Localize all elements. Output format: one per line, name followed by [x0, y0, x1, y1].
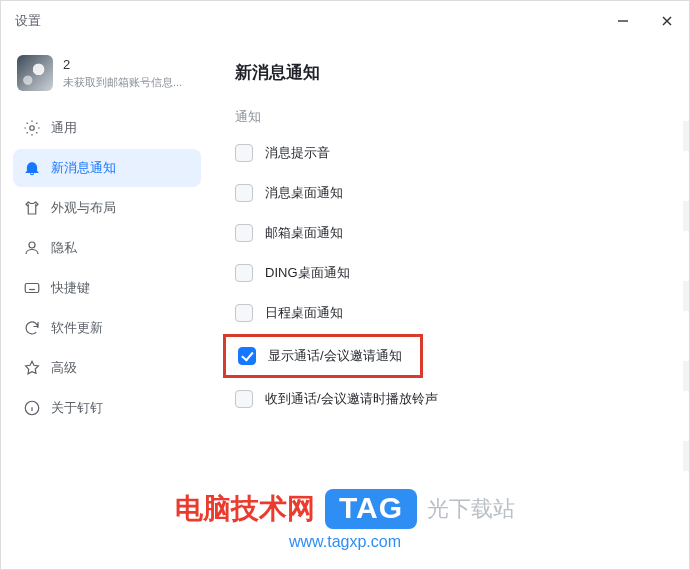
sidebar-item-label: 隐私	[51, 239, 77, 257]
checkbox[interactable]	[235, 184, 253, 202]
checkbox[interactable]	[235, 144, 253, 162]
sidebar-item-privacy[interactable]: 隐私	[13, 229, 201, 267]
gear-icon	[23, 119, 41, 137]
sidebar-item-about[interactable]: 关于钉钉	[13, 389, 201, 427]
checkbox[interactable]	[235, 390, 253, 408]
sidebar-item-label: 软件更新	[51, 319, 103, 337]
checkbox[interactable]	[235, 264, 253, 282]
option-label: DING桌面通知	[265, 264, 350, 282]
option-label: 邮箱桌面通知	[265, 224, 343, 242]
bell-icon	[23, 159, 41, 177]
option-call-invite-show[interactable]: 显示通话/会议邀请通知	[238, 347, 408, 365]
account-subtitle: 未获取到邮箱账号信息...	[63, 74, 182, 90]
sidebar-item-label: 关于钉钉	[51, 399, 103, 417]
highlight-box: 显示通话/会议邀请通知	[223, 334, 423, 378]
page-title: 新消息通知	[235, 61, 661, 84]
options-list: 消息提示音 消息桌面通知 邮箱桌面通知 DING桌面通知 日程桌面通知 显示通话…	[235, 144, 661, 408]
keyboard-icon	[23, 279, 41, 297]
sidebar-item-label: 新消息通知	[51, 159, 116, 177]
sidebar-item-label: 高级	[51, 359, 77, 377]
option-call-invite-ring[interactable]: 收到通话/会议邀请时播放铃声	[235, 390, 661, 408]
account-name: 2	[63, 56, 182, 74]
minimize-button[interactable]	[601, 1, 645, 41]
content: 新消息通知 通知 消息提示音 消息桌面通知 邮箱桌面通知 DING桌面通知 日程…	[211, 41, 689, 569]
sidebar: 2 未获取到邮箱账号信息... 通用 新消息通知 外观与布局	[1, 41, 211, 569]
checkbox[interactable]	[235, 304, 253, 322]
option-label: 日程桌面通知	[265, 304, 343, 322]
checkbox[interactable]	[235, 224, 253, 242]
svg-point-3	[30, 126, 35, 131]
section-title: 通知	[235, 108, 661, 126]
option-label: 显示通话/会议邀请通知	[268, 347, 402, 365]
nav: 通用 新消息通知 外观与布局 隐私 快捷键	[13, 109, 201, 427]
option-mail[interactable]: 邮箱桌面通知	[235, 224, 661, 242]
option-ding[interactable]: DING桌面通知	[235, 264, 661, 282]
window-title: 设置	[15, 12, 41, 30]
sidebar-item-general[interactable]: 通用	[13, 109, 201, 147]
user-icon	[23, 239, 41, 257]
sidebar-item-label: 快捷键	[51, 279, 90, 297]
account-block[interactable]: 2 未获取到邮箱账号信息...	[13, 49, 201, 99]
svg-point-4	[29, 242, 35, 248]
info-icon	[23, 399, 41, 417]
option-label: 消息提示音	[265, 144, 330, 162]
sidebar-item-notifications[interactable]: 新消息通知	[13, 149, 201, 187]
option-label: 收到通话/会议邀请时播放铃声	[265, 390, 438, 408]
star-icon	[23, 359, 41, 377]
avatar	[17, 55, 53, 91]
sidebar-item-update[interactable]: 软件更新	[13, 309, 201, 347]
sidebar-item-advanced[interactable]: 高级	[13, 349, 201, 387]
checkbox[interactable]	[238, 347, 256, 365]
decorative-strip	[683, 121, 689, 499]
sidebar-item-label: 外观与布局	[51, 199, 116, 217]
option-sound[interactable]: 消息提示音	[235, 144, 661, 162]
shirt-icon	[23, 199, 41, 217]
window-controls	[601, 1, 689, 41]
refresh-icon	[23, 319, 41, 337]
svg-rect-5	[25, 284, 39, 293]
sidebar-item-label: 通用	[51, 119, 77, 137]
option-label: 消息桌面通知	[265, 184, 343, 202]
titlebar: 设置	[1, 1, 689, 41]
highlighted-option-wrap: 显示通话/会议邀请通知	[235, 344, 661, 368]
close-button[interactable]	[645, 1, 689, 41]
sidebar-item-appearance[interactable]: 外观与布局	[13, 189, 201, 227]
sidebar-item-shortcuts[interactable]: 快捷键	[13, 269, 201, 307]
option-schedule[interactable]: 日程桌面通知	[235, 304, 661, 322]
option-desktop[interactable]: 消息桌面通知	[235, 184, 661, 202]
